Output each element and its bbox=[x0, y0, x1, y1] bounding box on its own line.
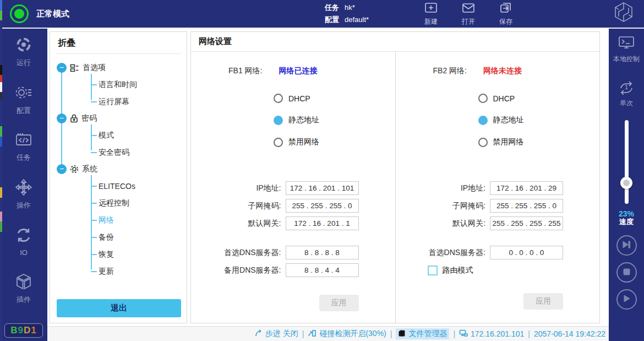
fb2-route-mode-checkbox[interactable]: 路由模式 bbox=[396, 266, 600, 275]
speed-readout: 23% 速度 bbox=[619, 209, 634, 226]
fb1-mask-input[interactable] bbox=[286, 199, 359, 213]
ip-status[interactable]: 172.16.201.101 bbox=[459, 329, 524, 339]
fb2-radio-static[interactable]: 静态地址 bbox=[478, 115, 600, 125]
sidebar-item-label: 任务 bbox=[17, 153, 31, 163]
fb1-dns1-input[interactable] bbox=[286, 246, 359, 259]
sidebar-item-run[interactable]: 运行 bbox=[15, 36, 32, 68]
single-cycle-button[interactable]: 1 单次 bbox=[618, 79, 635, 108]
mode-label: 正常模式 bbox=[36, 9, 69, 19]
skip-next-icon bbox=[622, 241, 631, 251]
sidebar-item-task[interactable]: 任务 bbox=[15, 132, 32, 163]
radio-icon bbox=[478, 138, 488, 147]
tree-node-label: 首选项 bbox=[83, 63, 106, 73]
tree-item-network[interactable]: 网络 bbox=[91, 212, 181, 229]
fb2-dns1-input[interactable] bbox=[490, 246, 563, 259]
tree-node-label: 密码 bbox=[81, 113, 97, 123]
move-arrows-icon bbox=[15, 179, 32, 197]
badge-char: D bbox=[24, 325, 31, 335]
sidebar-item-operate[interactable]: 操作 bbox=[15, 179, 32, 210]
fb2-radio-disable[interactable]: 禁用网络 bbox=[478, 137, 600, 147]
play-button[interactable] bbox=[616, 289, 637, 310]
tree-item-run-screen[interactable]: 运行屏幕 bbox=[91, 93, 181, 110]
tree-node-system[interactable]: − 系统 bbox=[57, 161, 181, 177]
open-button[interactable]: 打开 bbox=[461, 1, 476, 26]
tree-node-label: 系统 bbox=[82, 164, 97, 174]
fb2-mask-input[interactable] bbox=[490, 199, 563, 213]
tree-item-mode[interactable]: 模式 bbox=[91, 127, 181, 144]
fb1-dns2-label: 备用DNS服务器: bbox=[224, 266, 281, 275]
open-file-icon bbox=[461, 1, 476, 16]
collapse-minus-icon[interactable]: − bbox=[57, 164, 67, 174]
io-arrows-icon bbox=[15, 227, 32, 245]
tree-item-backup[interactable]: 备份 bbox=[91, 229, 181, 246]
ip-address-label: 172.16.201.101 bbox=[471, 329, 524, 338]
tree-item-label: 备份 bbox=[99, 232, 114, 242]
floppy-icon bbox=[398, 329, 406, 339]
new-button-label: 新建 bbox=[424, 17, 438, 26]
stop-button[interactable] bbox=[616, 262, 637, 283]
radio-label: 禁用网络 bbox=[493, 137, 524, 147]
local-control-button[interactable]: 本地控制 bbox=[613, 35, 640, 64]
collision-status[interactable]: 碰撞检测开启(30%) bbox=[308, 329, 386, 339]
file-manager-button[interactable]: 文件管理器 bbox=[396, 328, 449, 339]
fb1-network-label: FB1 网络: bbox=[228, 66, 262, 76]
fb1-dns2-input[interactable] bbox=[286, 263, 359, 277]
slider-track[interactable] bbox=[625, 120, 629, 204]
robot-status-icon[interactable] bbox=[10, 4, 29, 23]
file-manager-label: 文件管理器 bbox=[408, 329, 447, 339]
speed-label: 速度 bbox=[619, 218, 634, 226]
fb2-radio-group: DHCP 静态地址 禁用网络 bbox=[478, 94, 600, 147]
sidebar-item-label: 配置 bbox=[17, 106, 31, 116]
slider-thumb[interactable] bbox=[620, 177, 632, 189]
tree-node-preferences[interactable]: − 首选项 bbox=[57, 59, 181, 76]
tree-item-elitecos[interactable]: ELITECOs bbox=[91, 177, 181, 194]
fb2-apply-button[interactable]: 应用 bbox=[523, 293, 563, 310]
sidebar-item-plugin[interactable]: 插件 bbox=[15, 273, 32, 305]
code-window-icon bbox=[15, 132, 32, 149]
screen-edge-artifact bbox=[0, 0, 2, 341]
tree-group-password: − 密码 模式 安全密码 bbox=[57, 110, 181, 161]
new-button[interactable]: 新建 bbox=[424, 1, 438, 26]
fb1-radio-static[interactable]: 静态地址 bbox=[274, 115, 395, 125]
fb1-radio-dhcp[interactable]: DHCP bbox=[274, 94, 395, 103]
fb1-apply-button[interactable]: 应用 bbox=[319, 295, 359, 311]
save-button[interactable]: 保存 bbox=[499, 1, 513, 26]
fb2-network-label: FB2 网络: bbox=[433, 66, 467, 76]
tree-item-language-time[interactable]: 语言和时间 bbox=[91, 76, 181, 93]
fb2-ip-input[interactable] bbox=[490, 181, 563, 195]
sidebar-item-io[interactable]: IO bbox=[15, 227, 32, 257]
single-cycle-label: 单次 bbox=[620, 99, 633, 108]
left-sidebar: 运行 配置 任务 操作 bbox=[0, 29, 47, 341]
exit-button[interactable]: 退出 bbox=[57, 299, 181, 317]
step-next-button[interactable] bbox=[616, 235, 637, 256]
radio-icon bbox=[478, 94, 488, 103]
sidebar-item-config[interactable]: 配置 bbox=[15, 84, 32, 116]
tree-item-restore[interactable]: 恢复 bbox=[91, 246, 181, 263]
collapse-minus-icon[interactable]: − bbox=[57, 113, 67, 123]
tree-item-update[interactable]: 更新 bbox=[91, 263, 181, 280]
fb1-gateway-input[interactable] bbox=[286, 216, 359, 230]
radio-icon bbox=[274, 94, 283, 103]
terminal-icon bbox=[617, 35, 636, 52]
collapse-minus-icon[interactable]: − bbox=[57, 63, 67, 73]
badge-char: 1 bbox=[31, 325, 36, 335]
fb2-status: 网络未连接 bbox=[483, 66, 522, 76]
speed-slider[interactable] bbox=[621, 120, 632, 204]
step-status[interactable]: 步进 关闭 bbox=[255, 329, 298, 339]
tree-item-remote-control[interactable]: 远程控制 bbox=[91, 194, 181, 212]
fb2-radio-dhcp[interactable]: DHCP bbox=[478, 94, 600, 103]
settings-tree: − 首选项 语言和时间 运行屏幕 bbox=[57, 59, 181, 280]
center-area: 折叠 − 首选项 语言和时间 bbox=[47, 29, 609, 341]
fb2-ip-label: IP地址: bbox=[461, 183, 485, 193]
sidebar-item-label: IO bbox=[20, 248, 28, 257]
tree-item-safety-password[interactable]: 安全密码 bbox=[91, 144, 181, 161]
page-title: 网络设置 bbox=[191, 32, 599, 52]
fb1-radio-disable[interactable]: 禁用网络 bbox=[274, 137, 395, 147]
tree-title[interactable]: 折叠 bbox=[57, 36, 181, 54]
fb2-gateway-input[interactable] bbox=[490, 216, 563, 230]
fb1-ip-input[interactable] bbox=[286, 181, 359, 195]
network-settings-panel: 网络设置 FB1 网络: 网络已连接 DHCP bbox=[190, 31, 600, 323]
tree-node-password[interactable]: − 密码 bbox=[57, 110, 181, 127]
system-gear-icon bbox=[70, 165, 79, 174]
preferences-icon bbox=[70, 64, 79, 72]
